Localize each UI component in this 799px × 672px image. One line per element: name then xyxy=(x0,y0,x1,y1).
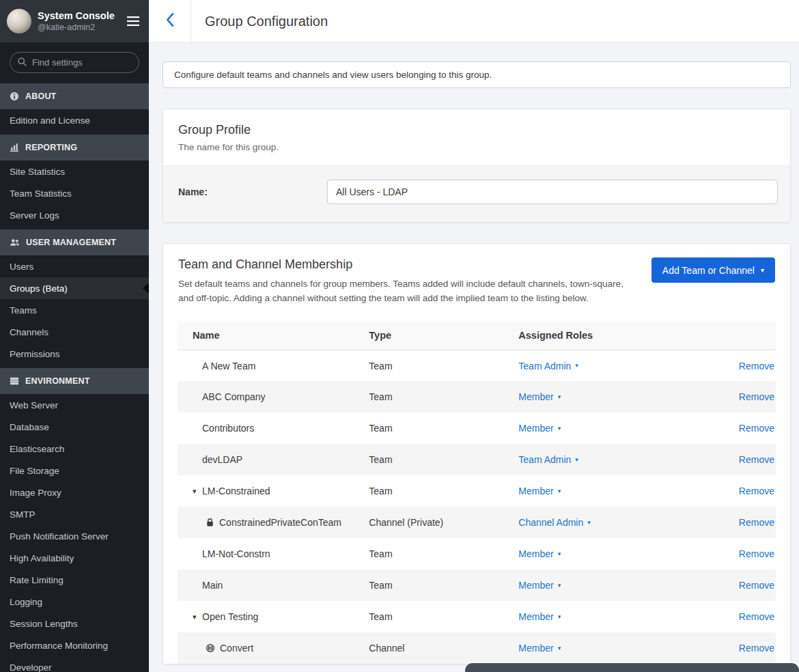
horizontal-scrollbar[interactable] xyxy=(465,663,799,672)
role-dropdown[interactable]: Member▾ xyxy=(518,391,561,402)
membership-card: Team and Channel Membership Set default … xyxy=(163,243,791,664)
sidebar-item-database[interactable]: Database xyxy=(0,416,149,438)
remove-link[interactable]: Remove xyxy=(739,611,774,622)
role-dropdown[interactable]: Team Admin▾ xyxy=(518,454,578,465)
role-dropdown[interactable]: Member▾ xyxy=(518,548,561,559)
group-profile-subtitle: The name for this group. xyxy=(178,142,775,152)
info-banner: Configure default teams and channels and… xyxy=(163,61,791,88)
name-label: Name: xyxy=(178,186,327,197)
role-dropdown[interactable]: Member▾ xyxy=(518,486,561,496)
role-dropdown[interactable]: Member▾ xyxy=(518,611,561,622)
table-header-row: NameTypeAssigned Roles xyxy=(178,321,776,350)
server-icon xyxy=(10,376,19,386)
group-profile-form: Name: xyxy=(163,165,790,222)
row-type: Team xyxy=(369,538,518,570)
row-type: Team xyxy=(369,350,518,381)
remove-link[interactable]: Remove xyxy=(739,486,774,496)
row-name: Open Testing xyxy=(202,611,258,622)
group-name-input[interactable] xyxy=(327,180,778,204)
remove-link[interactable]: Remove xyxy=(739,517,774,528)
sidebar-item-users[interactable]: Users xyxy=(0,255,149,277)
role-dropdown[interactable]: Member▾ xyxy=(518,580,561,591)
table-row: ▾LM-ConstrainedTeamMember▾Remove xyxy=(178,475,776,507)
caret-down-icon: ▾ xyxy=(558,645,561,652)
row-name: A New Team xyxy=(202,361,255,372)
search-input[interactable] xyxy=(10,52,139,73)
back-button[interactable] xyxy=(149,0,191,42)
caret-down-icon: ▾ xyxy=(558,488,561,494)
remove-link[interactable]: Remove xyxy=(739,643,774,654)
row-name: ConstrainedPrivateConTeam xyxy=(219,517,341,528)
caret-down-icon: ▾ xyxy=(761,267,764,274)
sidebar-item-session-lengths[interactable]: Session Lengths xyxy=(0,613,149,634)
sidebar-item-web-server[interactable]: Web Server xyxy=(0,394,149,416)
remove-link[interactable]: Remove xyxy=(739,423,774,434)
avatar xyxy=(7,9,31,33)
sidebar-search xyxy=(0,42,149,80)
add-button-label: Add Team or Channel xyxy=(662,265,755,276)
sidebar-section-user-management: USER MANAGEMENT xyxy=(0,229,149,255)
table-row: devLDAPTeamTeam Admin▾Remove xyxy=(178,444,776,475)
info-icon xyxy=(10,92,19,101)
sidebar-item-image-proxy[interactable]: Image Proxy xyxy=(0,481,149,503)
collapse-caret-icon[interactable]: ▾ xyxy=(193,488,202,495)
row-type: Team xyxy=(369,570,518,601)
sidebar-nav: ABOUTEdition and LicenseREPORTINGSite St… xyxy=(0,80,149,672)
sidebar-item-channels[interactable]: Channels xyxy=(0,321,149,343)
sidebar-item-team-statistics[interactable]: Team Statistics xyxy=(0,182,149,204)
sidebar-section-reporting: REPORTING xyxy=(0,135,149,160)
row-name: Main xyxy=(202,580,223,591)
remove-link[interactable]: Remove xyxy=(739,454,774,465)
sidebar-item-server-logs[interactable]: Server Logs xyxy=(0,204,149,226)
menu-icon[interactable] xyxy=(127,16,139,26)
column-header-name: Name xyxy=(178,321,369,350)
sidebar-item-groups-beta[interactable]: Groups (Beta) xyxy=(0,277,149,299)
table-row: LM-Not-ConstrnTeamMember▾Remove xyxy=(178,538,776,570)
group-profile-card: Group Profile The name for this group. N… xyxy=(163,109,791,223)
caret-down-icon: ▾ xyxy=(575,363,578,369)
role-dropdown[interactable]: Member▾ xyxy=(518,643,561,654)
sidebar-item-site-statistics[interactable]: Site Statistics xyxy=(0,160,149,182)
column-header-actions xyxy=(686,321,776,350)
sidebar-item-permissions[interactable]: Permissions xyxy=(0,343,149,365)
collapse-caret-icon[interactable]: ▾ xyxy=(193,613,202,621)
sidebar-item-smtp[interactable]: SMTP xyxy=(0,503,149,525)
search-icon xyxy=(17,57,27,67)
caret-down-icon: ▾ xyxy=(558,394,561,400)
users-icon xyxy=(10,238,20,247)
sidebar-item-logging[interactable]: Logging xyxy=(0,591,149,613)
sidebar-item-edition-and-license[interactable]: Edition and License xyxy=(0,109,149,131)
table-row: MainTeamMember▾Remove xyxy=(178,570,776,601)
sidebar-item-rate-limiting[interactable]: Rate Limiting xyxy=(0,569,149,591)
remove-link[interactable]: Remove xyxy=(739,391,774,402)
add-team-or-channel-button[interactable]: Add Team or Channel ▾ xyxy=(651,257,775,283)
sidebar-item-high-availability[interactable]: High Availability xyxy=(0,547,149,569)
role-dropdown[interactable]: Member▾ xyxy=(518,423,561,434)
column-header-type: Type xyxy=(369,321,518,350)
table-row: ConvertChannelMember▾Remove xyxy=(178,632,776,664)
section-label: ENVIRONMENT xyxy=(25,376,90,386)
sidebar-item-file-storage[interactable]: File Storage xyxy=(0,460,149,481)
membership-description: Set default teams and channels for group… xyxy=(178,277,629,306)
page-header: Group Configuration xyxy=(149,0,799,43)
membership-title: Team and Channel Membership xyxy=(178,257,629,272)
sidebar-item-performance-monitoring[interactable]: Performance Monitoring xyxy=(0,634,149,656)
sidebar-item-developer[interactable]: Developer xyxy=(0,656,149,672)
remove-link[interactable]: Remove xyxy=(739,580,774,591)
sidebar-item-push-notification-server[interactable]: Push Notification Server xyxy=(0,525,149,547)
row-type: Team xyxy=(369,412,518,444)
sidebar-item-teams[interactable]: Teams xyxy=(0,299,149,321)
role-dropdown[interactable]: Team Admin▾ xyxy=(518,361,578,372)
caret-down-icon: ▾ xyxy=(558,583,561,589)
table-row: ConstrainedPrivateConTeamChannel (Privat… xyxy=(178,507,776,538)
admin-username: @katie-admin2 xyxy=(38,23,121,32)
sidebar-section-about: ABOUT xyxy=(0,83,149,109)
column-header-assigned-roles: Assigned Roles xyxy=(518,321,686,350)
section-label: REPORTING xyxy=(25,143,77,152)
remove-link[interactable]: Remove xyxy=(739,548,774,559)
role-dropdown[interactable]: Channel Admin▾ xyxy=(518,517,590,528)
console-title: System Console xyxy=(38,10,121,21)
row-name: ABC Company xyxy=(202,391,266,402)
remove-link[interactable]: Remove xyxy=(739,361,774,372)
sidebar-item-elasticsearch[interactable]: Elasticsearch xyxy=(0,438,149,460)
